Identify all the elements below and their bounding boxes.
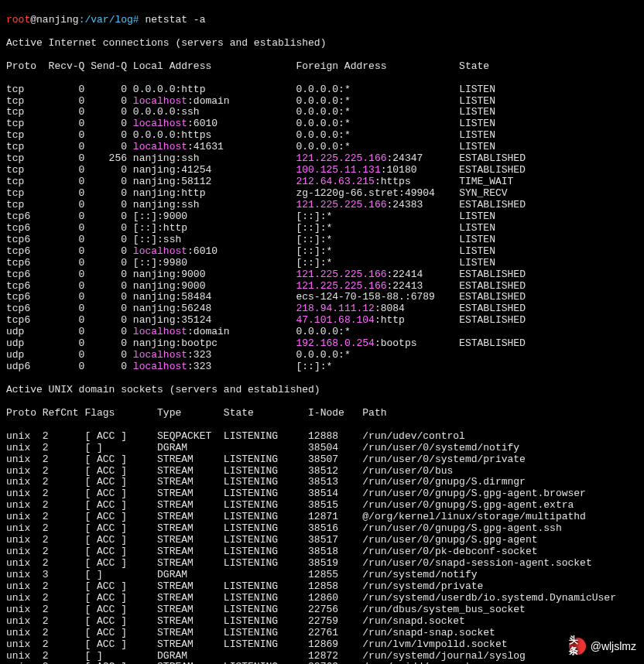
inet-row: tcp6 0 0 nanjing:58484 ecs-124-70-158-88… [6,292,638,303]
prompt-user: root [6,14,30,26]
unix-row: unix 2 [ ACC ] STREAM LISTENING 12860 /r… [6,593,638,604]
inet-row: tcp6 0 0 [::]:ssh [::]:* LISTEN [6,234,638,246]
unix-row: unix 2 [ ACC ] STREAM LISTENING 22756 /r… [6,604,638,616]
prompt-host: nanjing [36,14,79,26]
unix-row: unix 2 [ ACC ] STREAM LISTENING 22759 /r… [6,616,638,628]
inet-row: tcp6 0 0 localhost:6010 [::]:* LISTEN [6,246,638,258]
inet-title: Active Internet connections (servers and… [6,38,638,50]
inet-row: tcp 0 0 nanjing:41254 100.125.11.131:101… [6,165,638,176]
prompt-command: netstat -a [139,14,206,26]
unix-row: unix 2 [ ACC ] STREAM LISTENING 38518 /r… [6,546,638,558]
inet-row: tcp6 0 0 [::]:9000 [::]:* LISTEN [6,211,638,223]
watermark-logo-icon: 头条 [569,638,586,655]
unix-row: unix 2 [ ] DGRAM 12872 /run/systemd/jour… [6,651,638,662]
prompt-path: :/var/log# [79,14,139,26]
inet-row: tcp6 0 0 nanjing:9000 121.225.225.166:22… [6,269,638,281]
inet-row: tcp 0 0 0.0.0.0:http 0.0.0.0:* LISTEN [6,84,638,96]
shell-prompt: root@nanjing:/var/log# netstat -a [6,15,638,26]
inet-row: tcp 0 0 0.0.0.0:https 0.0.0.0:* LISTEN [6,130,638,142]
unix-row: unix 2 [ ACC ] STREAM LISTENING 38514 /r… [6,488,638,500]
inet-row: tcp 0 0 localhost:41631 0.0.0.0:* LISTEN [6,142,638,153]
watermark: 头条 @wljslmz [569,638,636,655]
unix-row: unix 2 [ ACC ] STREAM LISTENING 38516 /r… [6,523,638,535]
unix-row: unix 2 [ ACC ] STREAM LISTENING 38519 /r… [6,558,638,570]
inet-row: tcp6 0 0 nanjing:35124 47.101.68.104:htt… [6,315,638,327]
inet-body: tcp 0 0 0.0.0.0:http 0.0.0.0:* LISTENtcp… [6,84,638,373]
inet-row: tcp6 0 0 nanjing:9000 121.225.225.166:22… [6,281,638,293]
unix-row: unix 2 [ ACC ] STREAM LISTENING 12858 /r… [6,581,638,593]
inet-row: tcp 0 256 nanjing:ssh 121.225.225.166:24… [6,153,638,165]
inet-row: tcp 0 0 localhost:domain 0.0.0.0:* LISTE… [6,96,638,108]
unix-row: unix 2 [ ACC ] STREAM LISTENING 38512 /r… [6,466,638,477]
inet-row: tcp6 0 0 [::]:9980 [::]:* LISTEN [6,258,638,269]
unix-row: unix 2 [ ACC ] STREAM LISTENING 38507 /r… [6,454,638,466]
terminal-output: root@nanjing:/var/log# netstat -a Active… [0,0,644,664]
watermark-text: @wljslmz [591,640,636,652]
unix-row: unix 2 [ ACC ] STREAM LISTENING 12869 /r… [6,639,638,651]
inet-row: udp 0 0 nanjing:bootpc 192.168.0.254:boo… [6,338,638,350]
inet-row: udp 0 0 localhost:domain 0.0.0.0:* [6,327,638,338]
unix-row: unix 2 [ ACC ] STREAM LISTENING 38515 /r… [6,500,638,512]
unix-header: Proto RefCnt Flags Type State I-Node Pat… [6,408,638,419]
unix-row: unix 2 [ ] DGRAM 38504 /run/user/0/syste… [6,443,638,454]
unix-row: unix 2 [ ACC ] SEQPACKET LISTENING 12888… [6,431,638,443]
inet-row: tcp 0 0 nanjing:58112 212.64.63.215:http… [6,176,638,188]
unix-row: unix 2 [ ACC ] STREAM LISTENING 22761 /r… [6,628,638,639]
inet-row: tcp6 0 0 nanjing:56248 218.94.111.12:808… [6,303,638,315]
inet-row: tcp6 0 0 [::]:http [::]:* LISTEN [6,223,638,234]
inet-row: tcp 0 0 nanjing:ssh 121.225.225.166:2438… [6,200,638,211]
unix-row: unix 2 [ ACC ] STREAM LISTENING 38513 /r… [6,477,638,488]
unix-row: unix 2 [ ACC ] STREAM LISTENING 38517 /r… [6,535,638,546]
inet-row: udp6 0 0 localhost:323 [::]:* [6,361,638,373]
unix-row: unix 3 [ ] DGRAM 12855 /run/systemd/noti… [6,570,638,581]
inet-row: tcp 0 0 0.0.0.0:ssh 0.0.0.0:* LISTEN [6,107,638,118]
inet-row: tcp 0 0 localhost:6010 0.0.0.0:* LISTEN [6,118,638,130]
unix-title: Active UNIX domain sockets (servers and … [6,385,638,396]
inet-row: udp 0 0 localhost:323 0.0.0.0:* [6,350,638,361]
unix-row: unix 2 [ ACC ] STREAM LISTENING 12871 @/… [6,512,638,523]
inet-row: tcp 0 0 nanjing:http zg-1220g-66.stret:4… [6,188,638,200]
inet-header: Proto Recv-Q Send-Q Local Address Foreig… [6,61,638,73]
unix-body: unix 2 [ ACC ] SEQPACKET LISTENING 12888… [6,431,638,664]
